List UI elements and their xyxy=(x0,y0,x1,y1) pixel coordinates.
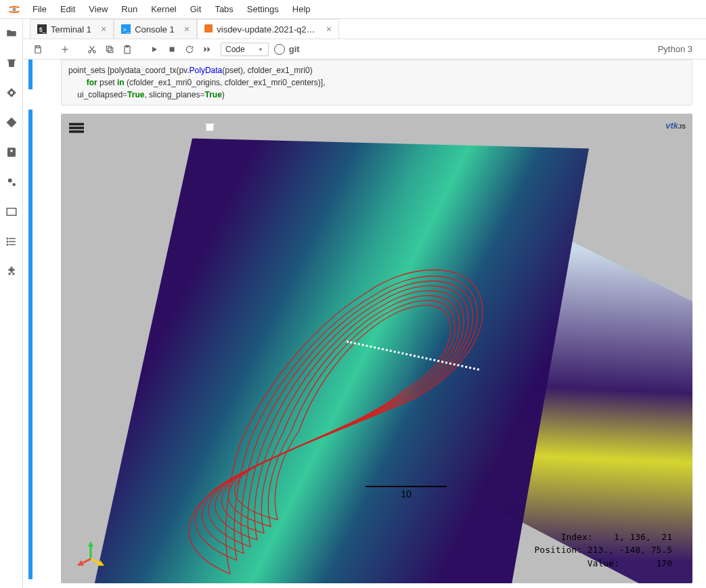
menu-help[interactable]: Help xyxy=(286,1,317,17)
close-icon[interactable]: × xyxy=(184,24,190,35)
tab-label: Console 1 xyxy=(135,24,175,35)
pointset-contours xyxy=(142,222,562,583)
paste-button[interactable] xyxy=(119,41,135,58)
menu-view[interactable]: View xyxy=(82,1,114,17)
toolbar: Code git Python 3 xyxy=(23,39,706,60)
code-input[interactable]: point_sets [polydata_coord_tx(pv.PolyDat… xyxy=(61,60,692,106)
svg-point-12 xyxy=(7,241,8,242)
svg-rect-7 xyxy=(7,208,16,216)
console-icon: >_ xyxy=(121,24,131,34)
svg-line-25 xyxy=(90,46,94,51)
tab-label: visdev-update.2021-q2.ipynb xyxy=(217,24,316,35)
vtk-logo: vtkJS xyxy=(665,120,686,131)
jupyter-logo xyxy=(7,2,22,17)
trash-icon[interactable] xyxy=(5,57,18,69)
svg-rect-19 xyxy=(37,45,40,47)
svg-point-13 xyxy=(7,244,8,246)
code-cell-row: point_sets [polydata_coord_tx(pv.PolyDat… xyxy=(23,60,701,110)
tabbar: $_ Terminal 1 × >_ Console 1 × visdev-up… xyxy=(23,19,706,39)
tab-notebook[interactable]: visdev-update.2021-q2.ipynb × xyxy=(197,19,339,39)
window-icon[interactable] xyxy=(5,206,18,218)
svg-rect-36 xyxy=(69,127,84,129)
notebook-icon xyxy=(204,24,213,34)
folder-icon[interactable] xyxy=(5,27,18,39)
restart-button[interactable] xyxy=(181,41,198,58)
svg-rect-18 xyxy=(204,24,213,32)
svg-rect-31 xyxy=(170,47,175,51)
stop-button[interactable] xyxy=(164,41,180,58)
svg-marker-39 xyxy=(88,541,93,547)
svg-marker-34 xyxy=(259,48,262,50)
svg-point-4 xyxy=(10,150,13,152)
scalebar-label: 10 xyxy=(366,489,447,499)
git-icon[interactable] xyxy=(5,116,18,129)
svg-point-2 xyxy=(9,91,13,95)
git-button[interactable]: git xyxy=(286,41,303,58)
run-all-button[interactable] xyxy=(199,41,215,58)
output-cell-row: vtkJS 10 Index: 1, 1 xyxy=(23,110,701,587)
left-sidebar xyxy=(0,19,23,588)
close-icon[interactable]: × xyxy=(101,24,106,35)
svg-point-11 xyxy=(7,238,8,240)
svg-rect-26 xyxy=(106,46,111,51)
tab-label: Terminal 1 xyxy=(51,24,91,35)
terminal-icon: $_ xyxy=(37,24,47,34)
target-icon[interactable] xyxy=(5,87,18,99)
list-icon[interactable] xyxy=(5,235,18,248)
svg-marker-32 xyxy=(204,47,207,52)
cut-button[interactable] xyxy=(84,41,100,58)
tab-console-1[interactable]: >_ Console 1 × xyxy=(114,19,197,39)
add-cell-button[interactable] xyxy=(57,41,73,58)
menu-settings[interactable]: Settings xyxy=(240,1,286,17)
notebook-body[interactable]: point_sets [polydata_coord_tx(pv.PolyDat… xyxy=(23,60,706,588)
menu-run[interactable]: Run xyxy=(114,1,144,17)
svg-point-0 xyxy=(12,7,16,12)
kernel-name[interactable]: Python 3 xyxy=(658,44,699,54)
svg-marker-33 xyxy=(208,47,211,52)
viewer-info-overlay: Index: 1, 136, 21 Position: 213., -148, … xyxy=(535,530,673,570)
svg-line-24 xyxy=(91,46,95,51)
kernel-status-icon[interactable] xyxy=(274,44,285,55)
svg-rect-27 xyxy=(108,47,113,52)
content-area: $_ Terminal 1 × >_ Console 1 × visdev-up… xyxy=(23,19,706,588)
axes-gizmo[interactable] xyxy=(77,540,104,567)
reset-camera-icon[interactable] xyxy=(204,122,215,135)
svg-rect-35 xyxy=(69,123,84,126)
run-button[interactable] xyxy=(146,41,162,58)
scalebar: 10 xyxy=(366,486,447,499)
celltype-label: Code xyxy=(225,45,245,54)
hamburger-icon[interactable] xyxy=(69,120,84,137)
copy-button[interactable] xyxy=(102,41,118,58)
svg-rect-37 xyxy=(69,131,84,133)
svg-text:$_: $_ xyxy=(39,26,46,33)
tab-terminal-1[interactable]: $_ Terminal 1 × xyxy=(30,19,114,39)
extension-icon[interactable] xyxy=(5,265,18,277)
menu-edit[interactable]: Edit xyxy=(53,1,82,17)
svg-marker-30 xyxy=(152,47,157,52)
svg-rect-3 xyxy=(7,148,16,157)
save-button[interactable] xyxy=(30,41,46,58)
menu-file[interactable]: File xyxy=(26,1,53,17)
main-area: $_ Terminal 1 × >_ Console 1 × visdev-up… xyxy=(0,19,706,588)
menu-git[interactable]: Git xyxy=(183,1,208,17)
close-icon[interactable]: × xyxy=(326,24,332,35)
menu-kernel[interactable]: Kernel xyxy=(144,1,183,17)
menu-tabs[interactable]: Tabs xyxy=(208,1,240,17)
svg-point-6 xyxy=(12,183,16,187)
itk-viewer-widget[interactable]: vtkJS 10 Index: 1, 1 xyxy=(61,114,692,583)
user-badge-icon[interactable] xyxy=(5,146,18,158)
viewer-canvas[interactable] xyxy=(61,114,692,583)
celltype-select[interactable]: Code xyxy=(221,43,269,56)
gear-icon[interactable] xyxy=(5,176,18,188)
svg-point-5 xyxy=(7,179,12,183)
chevron-down-icon xyxy=(257,46,264,53)
svg-text:>_: >_ xyxy=(123,26,130,33)
menubar: File Edit View Run Kernel Git Tabs Setti… xyxy=(0,0,706,19)
